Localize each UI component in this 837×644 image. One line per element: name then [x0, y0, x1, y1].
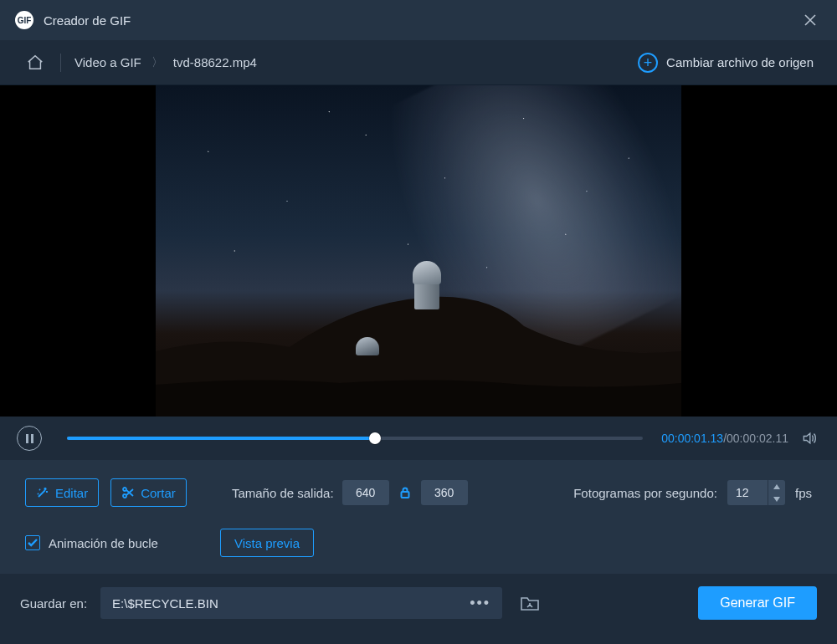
svg-rect-2	[401, 492, 408, 498]
output-path-value: E:\$RECYCLE.BIN	[112, 596, 218, 611]
height-input[interactable]: 360	[421, 480, 468, 505]
app-title: Creador de GIF	[44, 13, 131, 28]
app-logo: GIF	[15, 11, 33, 29]
chevron-up-icon	[773, 484, 780, 489]
volume-icon	[801, 430, 818, 447]
seek-slider[interactable]	[67, 437, 643, 440]
breadcrumb-file: tvd-88622.mp4	[173, 55, 257, 69]
cut-label: Cortar	[141, 486, 176, 500]
volume-button[interactable]	[798, 427, 820, 449]
fps-unit: fps	[795, 486, 812, 500]
fps-label: Fotogramas por segundo:	[573, 486, 717, 500]
titlebar: GIF Creador de GIF	[0, 0, 837, 40]
output-bar: Guardar en: E:\$RECYCLE.BIN ••• Generar …	[0, 574, 837, 632]
pause-icon	[26, 434, 33, 443]
fps-value[interactable]: 12	[727, 480, 768, 505]
video-preview	[0, 85, 837, 417]
pause-button[interactable]	[17, 426, 42, 451]
total-time: 00:00:02.11	[727, 432, 788, 445]
generate-button[interactable]: Generar GIF	[698, 586, 817, 620]
cut-button[interactable]: Cortar	[110, 478, 187, 507]
browse-button[interactable]: •••	[470, 595, 490, 612]
seek-thumb[interactable]	[369, 432, 381, 444]
seek-fill	[67, 437, 375, 440]
divider	[60, 54, 61, 72]
save-in-label: Guardar en:	[20, 596, 87, 611]
svg-point-1	[123, 494, 126, 498]
loop-label: Animación de bucle	[49, 536, 158, 550]
edit-button[interactable]: Editar	[25, 478, 99, 507]
home-icon	[26, 54, 44, 72]
lock-icon	[399, 487, 411, 498]
checkbox-icon	[25, 535, 40, 550]
chevron-down-icon	[773, 497, 780, 502]
edit-label: Editar	[55, 486, 88, 500]
chevron-right-icon: 〉	[151, 55, 163, 70]
change-source-label: Cambiar archivo de origen	[666, 55, 814, 69]
wand-icon	[36, 486, 49, 499]
output-path-field[interactable]: E:\$RECYCLE.BIN •••	[100, 587, 502, 619]
fps-down-button[interactable]	[768, 493, 785, 505]
close-button[interactable]	[798, 8, 822, 32]
fps-stepper[interactable]: 12	[727, 480, 785, 505]
video-frame	[156, 85, 681, 417]
settings-panel: Editar Cortar Tamaño de salida: 640 360 …	[0, 460, 837, 574]
fps-up-button[interactable]	[768, 480, 785, 493]
preview-button[interactable]: Vista previa	[220, 529, 314, 557]
svg-point-0	[123, 488, 126, 491]
output-size-label: Tamaño de salida:	[232, 486, 334, 500]
open-folder-button[interactable]	[516, 590, 544, 616]
check-icon	[28, 539, 38, 547]
close-icon	[804, 13, 817, 27]
scissors-icon	[121, 486, 135, 499]
width-input[interactable]: 640	[342, 480, 389, 505]
home-button[interactable]	[23, 51, 47, 74]
loop-checkbox[interactable]: Animación de bucle	[25, 535, 158, 550]
breadcrumb-bar: Video a GIF 〉 tvd-88622.mp4 + Cambiar ar…	[0, 40, 837, 85]
current-time: 00:00:01.13	[661, 432, 723, 445]
playback-controls: 00:00:01.13/00:00:02.11	[0, 417, 837, 460]
plus-circle-icon: +	[638, 53, 658, 73]
folder-icon	[520, 595, 540, 611]
time-display: 00:00:01.13/00:00:02.11	[661, 432, 788, 445]
change-source-button[interactable]: + Cambiar archivo de origen	[638, 53, 814, 73]
breadcrumb-root[interactable]: Video a GIF	[74, 55, 141, 69]
lock-aspect-button[interactable]	[398, 485, 413, 500]
